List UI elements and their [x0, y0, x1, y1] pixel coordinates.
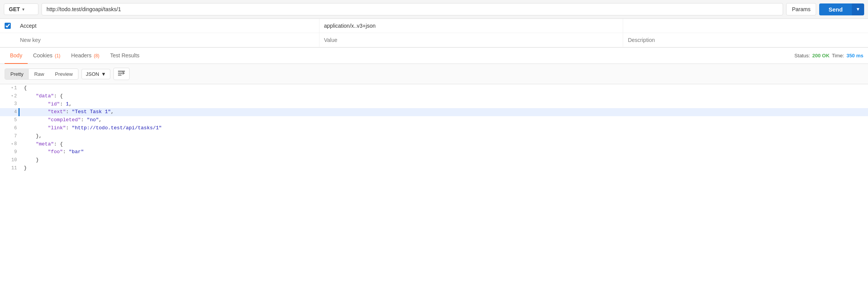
code-content-10: } — [19, 156, 868, 164]
accept-key-input[interactable] — [15, 19, 319, 33]
new-desc-input[interactable] — [623, 33, 868, 47]
code-content-8: "meta": { — [19, 140, 868, 149]
code-area: ▾ 1 { ▾ 2 "data": { 3 "id": 1, 4 "text":… — [0, 84, 868, 172]
url-input[interactable] — [42, 3, 783, 15]
tabs-status-area: Status: 200 OK Time: 350 ms — [795, 53, 863, 58]
code-content-6: "link": "http://todo.test/api/tasks/1" — [19, 124, 868, 132]
code-line-8: ▾ 8 "meta": { — [0, 140, 868, 149]
tab-headers-label: Headers — [71, 52, 91, 58]
time-label: Time: — [832, 53, 844, 58]
line-num-8: ▾ 8 — [0, 140, 19, 149]
method-label: GET — [9, 6, 20, 12]
code-content-4: "text": "Test Task 1", — [19, 108, 868, 116]
code-content-1: { — [19, 84, 868, 92]
line-num-10: 10 — [0, 156, 19, 164]
code-line-3: 3 "id": 1, — [0, 100, 868, 109]
line-num-3: 3 — [0, 100, 19, 109]
wrap-icon — [118, 70, 125, 76]
code-line-10: 10 } — [0, 156, 868, 164]
top-bar: GET ▼ Params Send ▼ — [0, 0, 868, 19]
line-num-2: ▾ 2 — [0, 92, 19, 100]
code-line-7: 7 }, — [0, 132, 868, 140]
tab-cookies[interactable]: Cookies (1) — [28, 48, 66, 64]
code-line-9: 9 "foo": "bar" — [0, 148, 868, 156]
line-num-5: 5 — [0, 116, 19, 124]
method-chevron-icon: ▼ — [22, 7, 25, 12]
line-num-4: 4 — [0, 108, 19, 116]
accept-checkbox[interactable] — [5, 23, 11, 29]
tabs-left: Body Cookies (1) Headers (8) Test Result… — [5, 48, 145, 63]
line-num-9: 9 — [0, 148, 19, 156]
pretty-button[interactable]: Pretty — [5, 69, 29, 79]
tab-cookies-label: Cookies — [33, 52, 53, 58]
code-line-11: 11 } — [0, 164, 868, 172]
code-content-5: "completed": "no", — [19, 116, 868, 124]
status-value: 200 OK — [812, 53, 830, 58]
tab-headers-badge: (8) — [94, 53, 100, 58]
raw-button[interactable]: Raw — [29, 69, 50, 79]
line-num-7: 7 — [0, 132, 19, 140]
line-num-11: 11 — [0, 164, 19, 172]
send-btn-group: Send ▼ — [819, 3, 864, 15]
line-num-1: ▾ 1 — [0, 84, 19, 92]
time-value: 350 ms — [846, 53, 863, 58]
code-content-2: "data": { — [19, 92, 868, 100]
headers-section — [0, 19, 868, 48]
status-label: Status: — [795, 53, 810, 58]
tab-test-results[interactable]: Test Results — [105, 48, 145, 64]
fold-arrow-1[interactable]: ▾ — [11, 85, 13, 91]
code-content-7: }, — [19, 132, 868, 140]
code-content-11: } — [19, 164, 868, 172]
response-toolbar: Pretty Raw Preview JSON ▼ — [0, 64, 868, 84]
code-line-1: ▾ 1 { — [0, 84, 868, 92]
tab-test-results-label: Test Results — [110, 52, 140, 58]
new-value-input[interactable] — [319, 33, 624, 47]
code-content-3: "id": 1, — [19, 100, 868, 109]
code-line-6: 6 "link": "http://todo.test/api/tasks/1" — [0, 124, 868, 132]
fold-arrow-2[interactable]: ▾ — [11, 93, 13, 99]
code-line-2: ▾ 2 "data": { — [0, 92, 868, 100]
line-num-6: 6 — [0, 124, 19, 132]
code-line-5: 5 "completed": "no", — [0, 116, 868, 124]
code-line-4: 4 "text": "Test Task 1", — [0, 108, 868, 116]
header-checkbox-accept[interactable] — [0, 19, 15, 33]
tabs-bar: Body Cookies (1) Headers (8) Test Result… — [0, 48, 868, 64]
params-button[interactable]: Params — [786, 3, 816, 15]
send-button[interactable]: Send — [819, 3, 852, 15]
format-label: JSON — [86, 71, 99, 77]
send-dropdown-button[interactable]: ▼ — [852, 3, 864, 15]
format-selector[interactable]: JSON ▼ — [81, 69, 110, 79]
view-btn-group: Pretty Raw Preview — [5, 68, 78, 80]
tab-headers[interactable]: Headers (8) — [66, 48, 105, 64]
fold-arrow-8[interactable]: ▾ — [11, 141, 13, 147]
wrap-button[interactable] — [113, 68, 130, 80]
new-key-input[interactable] — [15, 33, 319, 47]
accept-desc-input[interactable] — [623, 19, 868, 33]
code-content-9: "foo": "bar" — [19, 148, 868, 156]
header-row-accept — [0, 19, 868, 33]
header-new-row — [0, 33, 868, 47]
method-selector[interactable]: GET ▼ — [4, 3, 38, 15]
preview-button[interactable]: Preview — [50, 69, 78, 79]
accept-value-input[interactable] — [319, 19, 624, 33]
highlight-bar — [18, 108, 20, 116]
tab-cookies-badge: (1) — [55, 53, 60, 58]
tab-body[interactable]: Body — [5, 48, 28, 64]
tab-body-label: Body — [10, 52, 22, 58]
format-chevron-icon: ▼ — [101, 71, 106, 77]
